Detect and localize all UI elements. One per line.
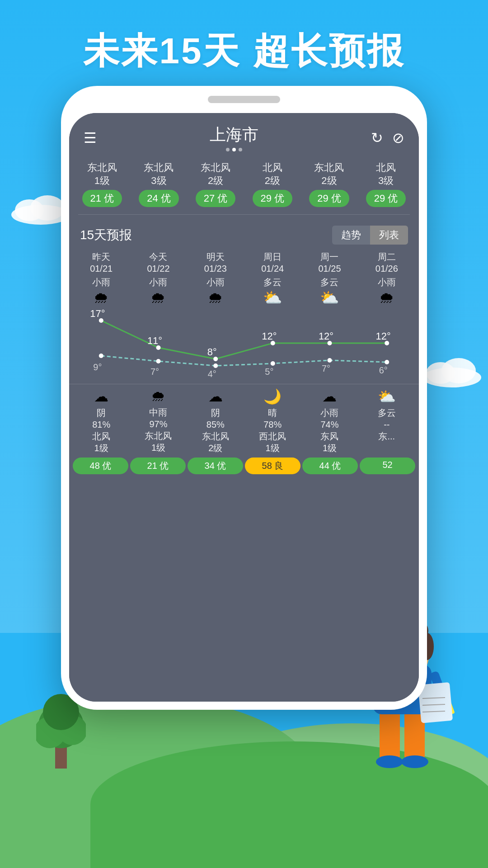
svg-point-41 bbox=[328, 358, 332, 363]
svg-point-2 bbox=[30, 195, 65, 221]
weather-condition: 小雨 bbox=[206, 276, 225, 288]
svg-text:8°: 8° bbox=[207, 346, 217, 358]
bottom-weather-text: 阴85%东北风2级 bbox=[202, 407, 229, 454]
svg-text:12°: 12° bbox=[376, 330, 391, 342]
phone-mockup: ☰ 上海市 ↻ ⊘ 东北风1级 bbox=[61, 86, 427, 710]
bottom-weather-icon: 🌙 bbox=[263, 388, 282, 405]
svg-text:7°: 7° bbox=[150, 367, 159, 377]
weather-condition: 多云 bbox=[263, 276, 282, 288]
weather-icon: 🌧 bbox=[208, 290, 223, 305]
day-label: 周二01/26 bbox=[375, 251, 398, 274]
bottom-day-column: ⛅ 多云--东... bbox=[358, 388, 415, 454]
phone-frame: ☰ 上海市 ↻ ⊘ 东北风1级 bbox=[61, 86, 427, 710]
bottom-weather-text: 阴81%北风1级 bbox=[92, 407, 110, 454]
wind-label: 东北风3级 bbox=[144, 161, 174, 187]
aqi-item: 东北风2级 27 优 bbox=[196, 161, 236, 207]
bottom-weather-text: 中雨97%东北风1级 bbox=[145, 406, 172, 453]
svg-text:9°: 9° bbox=[93, 362, 102, 372]
weather-condition: 小雨 bbox=[149, 276, 167, 288]
day-label: 昨天01/21 bbox=[90, 251, 113, 274]
days-grid-top: 昨天01/21 小雨 🌧 今天01/22 小雨 🌧 明天01/23 小雨 🌧 周… bbox=[69, 249, 419, 307]
aqi-badge: 21 优 bbox=[82, 190, 122, 207]
wind-label: 北风3级 bbox=[376, 161, 396, 187]
aqi-badge: 29 优 bbox=[253, 190, 293, 207]
weather-icon: 🌧 bbox=[150, 290, 166, 305]
forecast-title: 15天预报 bbox=[80, 226, 132, 244]
svg-point-40 bbox=[271, 361, 275, 366]
svg-text:4°: 4° bbox=[208, 369, 216, 379]
bottom-aqi-badge: 21 优 bbox=[130, 458, 186, 474]
bottom-weather-text: 小雨74%东风1级 bbox=[320, 407, 338, 454]
svg-point-14 bbox=[401, 755, 428, 768]
day-column: 今天01/22 小雨 🌧 bbox=[130, 249, 187, 307]
bottom-weather-icon: ☁ bbox=[208, 388, 223, 405]
bottom-weather-icon: 🌧 bbox=[151, 388, 165, 405]
bottom-aqi-row: 48 优21 优34 优58 良44 优52 bbox=[69, 454, 419, 478]
top-icons: ↻ ⊘ bbox=[371, 129, 404, 146]
day-column: 周二01/26 小雨 🌧 bbox=[358, 249, 415, 307]
bottom-day-column: ☁ 阴81%北风1级 bbox=[73, 388, 130, 454]
page-dots bbox=[226, 148, 242, 151]
bottom-aqi-badge: 48 优 bbox=[73, 458, 128, 474]
tab-list[interactable]: 列表 bbox=[370, 226, 408, 245]
weather-icon: 🌧 bbox=[379, 290, 394, 305]
svg-text:7°: 7° bbox=[322, 363, 330, 373]
bottom-day-column: 🌧 中雨97%东北风1级 bbox=[130, 388, 187, 454]
menu-icon[interactable]: ☰ bbox=[84, 129, 97, 146]
top-bar: ☰ 上海市 ↻ ⊘ bbox=[69, 113, 419, 156]
bottom-day-column: 🌙 晴78%西北风1级 bbox=[244, 388, 301, 454]
divider-1 bbox=[78, 214, 410, 215]
weather-icon: ⛅ bbox=[320, 290, 339, 305]
day-label: 明天01/23 bbox=[204, 251, 227, 274]
svg-point-39 bbox=[213, 363, 218, 368]
bottom-grid: ☁ 阴81%北风1级 🌧 中雨97%东北风1级 ☁ 阴85%东北风2级 🌙 晴7… bbox=[69, 384, 419, 454]
svg-point-42 bbox=[385, 360, 389, 364]
bottom-weather-text: 晴78%西北风1级 bbox=[259, 407, 286, 454]
bottom-weather-icon: ☁ bbox=[322, 388, 337, 405]
aqi-row: 东北风1级 21 优 东北风3级 24 优 东北风2级 27 优 北风2级 29… bbox=[69, 156, 419, 210]
day-label: 今天01/22 bbox=[147, 251, 169, 274]
dot-3 bbox=[239, 148, 242, 151]
svg-text:5°: 5° bbox=[265, 367, 273, 377]
weather-condition: 小雨 bbox=[378, 276, 396, 288]
bottom-day-column: ☁ 阴85%东北风2级 bbox=[187, 388, 244, 454]
wind-label: 东北风2级 bbox=[201, 161, 230, 187]
forecast-header: 15天预报 趋势 列表 bbox=[69, 219, 419, 249]
svg-point-13 bbox=[376, 755, 403, 768]
svg-point-38 bbox=[156, 359, 161, 363]
svg-text:12°: 12° bbox=[262, 330, 277, 342]
svg-text:17°: 17° bbox=[90, 308, 105, 319]
tab-trend[interactable]: 趋势 bbox=[332, 226, 370, 245]
day-column: 周一01/25 多云 ⛅ bbox=[301, 249, 358, 307]
weather-icon: 🌧 bbox=[94, 290, 109, 305]
aqi-item: 北风3级 29 优 bbox=[366, 161, 406, 207]
weather-condition: 小雨 bbox=[92, 276, 110, 288]
aqi-item: 东北风2级 29 优 bbox=[309, 161, 349, 207]
city-name: 上海市 bbox=[210, 124, 258, 146]
bottom-weather-icon: ⛅ bbox=[378, 388, 396, 405]
wind-label: 东北风2级 bbox=[314, 161, 344, 187]
bottom-day-column: ☁ 小雨74%东风1级 bbox=[301, 388, 358, 454]
bottom-aqi-badge: 34 优 bbox=[188, 458, 243, 474]
dot-2 bbox=[232, 148, 236, 151]
dot-1 bbox=[226, 148, 230, 151]
share-icon[interactable]: ⊘ bbox=[392, 129, 404, 146]
aqi-item: 东北风1级 21 优 bbox=[82, 161, 122, 207]
bottom-aqi-badge: 52 bbox=[360, 458, 415, 474]
svg-point-37 bbox=[99, 354, 103, 358]
aqi-item: 东北风3级 24 优 bbox=[139, 161, 179, 207]
wind-label: 东北风1级 bbox=[87, 161, 117, 187]
chart-svg: 17° 11° 8° 12° 12° 12° 9° 7° 4° 5° 7° 6° bbox=[73, 307, 415, 379]
bottom-weather-text: 多云--东... bbox=[378, 407, 396, 442]
weather-condition: 多云 bbox=[320, 276, 338, 288]
weather-icon: ⛅ bbox=[263, 290, 282, 305]
forecast-tabs: 趋势 列表 bbox=[332, 226, 408, 245]
day-column: 昨天01/21 小雨 🌧 bbox=[73, 249, 130, 307]
bottom-weather-icon: ☁ bbox=[94, 388, 108, 405]
wind-label: 北风2级 bbox=[263, 161, 282, 187]
day-label: 周一01/25 bbox=[318, 251, 341, 274]
weather-app: ☰ 上海市 ↻ ⊘ 东北风1级 bbox=[69, 113, 419, 702]
refresh-icon[interactable]: ↻ bbox=[371, 129, 383, 146]
cloud-right bbox=[420, 353, 483, 389]
day-label: 周日01/24 bbox=[261, 251, 284, 274]
